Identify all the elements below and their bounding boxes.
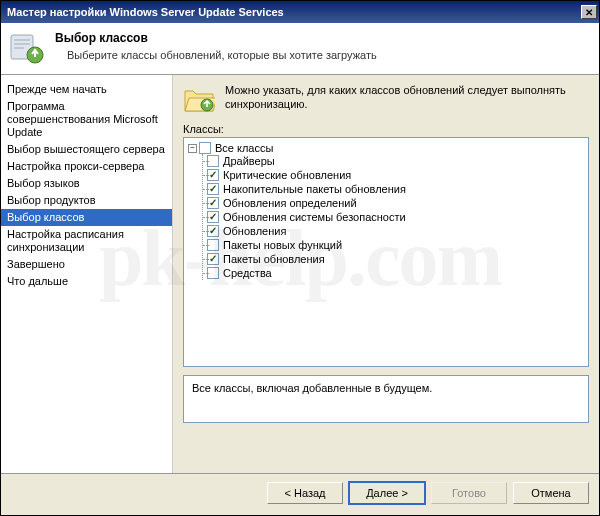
- sidebar-item-8[interactable]: Завершено: [1, 256, 172, 273]
- wizard-footer: < Назад Далее > Готово Отмена: [1, 473, 599, 511]
- instruction-text: Можно указать, для каких классов обновле…: [225, 83, 589, 115]
- class-label: Накопительные пакеты обновления: [223, 183, 406, 195]
- next-button[interactable]: Далее >: [349, 482, 425, 504]
- sidebar-item-2[interactable]: Выбор вышестоящего сервера: [1, 141, 172, 158]
- sidebar-item-9[interactable]: Что дальше: [1, 273, 172, 290]
- class-label: Критические обновления: [223, 169, 351, 181]
- sidebar-item-5[interactable]: Выбор продуктов: [1, 192, 172, 209]
- class-item-8: Средства: [207, 266, 584, 280]
- class-label: Пакеты новых функций: [223, 239, 342, 251]
- class-label: Пакеты обновления: [223, 253, 325, 265]
- folder-icon: [183, 83, 215, 115]
- wizard-body: Прежде чем начатьПрограмма совершенствов…: [1, 75, 599, 473]
- class-item-4: Обновления системы безопасности: [207, 210, 584, 224]
- class-item-3: Обновления определений: [207, 196, 584, 210]
- checkbox-class-8[interactable]: [207, 267, 219, 279]
- class-label: Обновления: [223, 225, 286, 237]
- back-button[interactable]: < Назад: [267, 482, 343, 504]
- sidebar: Прежде чем начатьПрограмма совершенствов…: [1, 75, 173, 473]
- class-label: Обновления системы безопасности: [223, 211, 406, 223]
- checkbox-class-7[interactable]: [207, 253, 219, 265]
- sidebar-item-3[interactable]: Настройка прокси-сервера: [1, 158, 172, 175]
- window-title: Мастер настройки Windows Server Update S…: [7, 6, 284, 18]
- description-box: Все классы, включая добавленные в будуще…: [183, 375, 589, 423]
- class-label: Драйверы: [223, 155, 275, 167]
- page-title: Выбор классов: [55, 31, 377, 45]
- class-label: Обновления определений: [223, 197, 357, 209]
- class-item-2: Накопительные пакеты обновления: [207, 182, 584, 196]
- class-item-5: Обновления: [207, 224, 584, 238]
- titlebar: Мастер настройки Windows Server Update S…: [1, 1, 599, 23]
- finish-button: Готово: [431, 482, 507, 504]
- class-item-6: Пакеты новых функций: [207, 238, 584, 252]
- main-panel: Можно указать, для каких классов обновле…: [173, 75, 599, 473]
- class-item-0: Драйверы: [207, 154, 584, 168]
- classes-tree[interactable]: − Все классы ДрайверыКритические обновле…: [183, 137, 589, 367]
- checkbox-class-1[interactable]: [207, 169, 219, 181]
- description-text: Все классы, включая добавленные в будуще…: [192, 382, 432, 394]
- class-label: Средства: [223, 267, 272, 279]
- checkbox-class-5[interactable]: [207, 225, 219, 237]
- header-icon: [9, 29, 45, 65]
- checkbox-class-6[interactable]: [207, 239, 219, 251]
- sidebar-item-1[interactable]: Программа совершенствования Microsoft Up…: [1, 98, 172, 141]
- checkbox-all-classes[interactable]: [199, 142, 211, 154]
- root-label: Все классы: [215, 142, 273, 154]
- class-item-1: Критические обновления: [207, 168, 584, 182]
- svg-rect-3: [14, 47, 24, 49]
- tree-expander[interactable]: −: [188, 144, 197, 153]
- sidebar-item-4[interactable]: Выбор языков: [1, 175, 172, 192]
- sidebar-item-0[interactable]: Прежде чем начать: [1, 81, 172, 98]
- class-item-7: Пакеты обновления: [207, 252, 584, 266]
- close-button[interactable]: ✕: [581, 5, 597, 19]
- wizard-header: Выбор классов Выберите классы обновлений…: [1, 23, 599, 75]
- classes-label: Классы:: [183, 123, 589, 135]
- checkbox-class-4[interactable]: [207, 211, 219, 223]
- page-subtitle: Выберите классы обновлений, которые вы х…: [67, 49, 377, 61]
- cancel-button[interactable]: Отмена: [513, 482, 589, 504]
- sidebar-item-6[interactable]: Выбор классов: [1, 209, 172, 226]
- checkbox-class-0[interactable]: [207, 155, 219, 167]
- checkbox-class-3[interactable]: [207, 197, 219, 209]
- checkbox-class-2[interactable]: [207, 183, 219, 195]
- sidebar-item-7[interactable]: Настройка расписания синхронизации: [1, 226, 172, 256]
- svg-rect-1: [14, 39, 30, 41]
- wizard-window: Мастер настройки Windows Server Update S…: [0, 0, 600, 516]
- svg-rect-2: [14, 43, 30, 45]
